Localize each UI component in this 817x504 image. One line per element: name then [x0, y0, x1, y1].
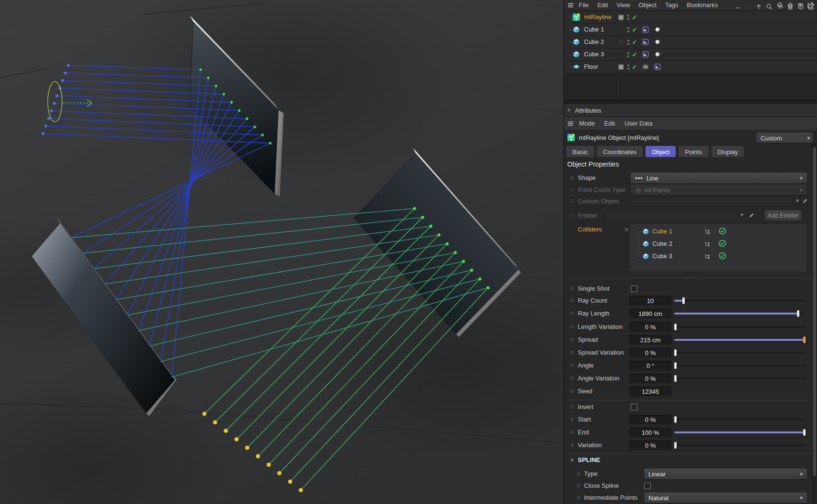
tab-object[interactable]: Object	[646, 146, 676, 157]
length-variation-value-field[interactable]: 0 %	[629, 322, 671, 332]
hamburger-menu-icon[interactable]	[567, 1, 574, 9]
angle-variation-slider[interactable]	[674, 374, 806, 383]
angle-slider[interactable]	[674, 361, 806, 370]
enabled-check-icon[interactable]: ✓	[631, 39, 638, 45]
up-icon[interactable]	[755, 3, 763, 10]
start-slider[interactable]	[674, 415, 806, 424]
search-icon[interactable]	[765, 3, 773, 10]
collider-row-cube-3[interactable]: Cube 3	[630, 250, 806, 262]
custom-object-field[interactable]	[631, 197, 793, 206]
phong-tag-icon[interactable]	[642, 39, 649, 45]
add-emitter-button[interactable]: Add Emitter	[765, 210, 801, 220]
slider-handle[interactable]	[803, 336, 806, 343]
tree-row-cube-1[interactable]: Cube 1✓	[564, 24, 817, 35]
3d-viewport[interactable]	[0, 0, 563, 504]
spread-variation-slider[interactable]	[674, 348, 806, 357]
phong-tag-icon[interactable]	[642, 51, 649, 58]
attr-menu-item-mode[interactable]: Mode	[574, 120, 600, 127]
visibility-dots[interactable]	[625, 51, 632, 58]
scrollbar-thumb[interactable]	[813, 147, 816, 476]
single-shot-checkbox[interactable]	[631, 285, 637, 292]
slider-handle[interactable]	[682, 297, 685, 304]
enabled-check-icon[interactable]: ✓	[631, 26, 638, 33]
hamburger-menu-icon[interactable]	[567, 120, 574, 127]
ray-length-slider[interactable]	[674, 309, 806, 318]
tree-row-cube-2[interactable]: Cube 2✓	[564, 36, 817, 48]
type-dropdown[interactable]: Linear▼	[644, 469, 807, 479]
enabled-circle-check-icon[interactable]	[719, 240, 726, 247]
tree-row-mtrayline[interactable]: mtRayline✓	[564, 11, 817, 23]
start-value-field[interactable]: 0 %	[629, 415, 671, 424]
viewport-canvas[interactable]	[0, 0, 563, 504]
expand-chevron-icon[interactable]: >	[625, 226, 628, 233]
forward-arrow-icon[interactable]: →	[745, 3, 752, 10]
collider-row-cube-1[interactable]: Cube 1	[630, 225, 806, 238]
menu-item-file[interactable]: File	[574, 1, 593, 9]
ray-count-slider[interactable]	[674, 296, 806, 305]
spread-variation-value-field[interactable]: 0 %	[629, 348, 671, 357]
eye-tag-icon[interactable]	[642, 63, 649, 70]
external-icon[interactable]	[807, 3, 815, 10]
enabled-circle-check-icon[interactable]	[719, 227, 726, 235]
menu-item-object[interactable]: Object	[634, 1, 661, 9]
menu-item-bookmarks[interactable]: Bookmarks	[682, 1, 722, 9]
visibility-dots[interactable]	[625, 39, 632, 45]
preset-dropdown[interactable]: Custom ▼	[756, 133, 813, 143]
angle-value-field[interactable]: 0 °	[629, 361, 671, 370]
material-tag-icon[interactable]	[654, 39, 661, 45]
visibility-dots[interactable]	[625, 63, 632, 70]
menu-item-edit[interactable]: Edit	[593, 1, 612, 9]
close-icon[interactable]: ×	[567, 107, 571, 114]
invert-checkbox[interactable]	[631, 404, 637, 410]
phong-tag-icon[interactable]	[654, 63, 661, 70]
layer-box[interactable]	[617, 39, 624, 45]
length-variation-slider[interactable]	[674, 322, 806, 332]
slider-handle[interactable]	[674, 375, 677, 382]
slider-handle[interactable]	[674, 324, 677, 330]
menu-item-view[interactable]: View	[612, 1, 634, 9]
visibility-dots[interactable]	[625, 26, 632, 33]
end-value-field[interactable]: 100 %	[629, 428, 671, 437]
tab-coordinates[interactable]: Coordinates	[597, 146, 643, 157]
collapse-chevron-icon[interactable]: ∨	[570, 457, 574, 463]
enabled-check-icon[interactable]: ✓	[631, 51, 638, 58]
picker-pencil-icon[interactable]	[748, 212, 755, 219]
hierarchy-mode-icon[interactable]	[704, 228, 711, 235]
lock-icon[interactable]	[786, 3, 794, 10]
spread-value-field[interactable]: 215 cm	[629, 335, 671, 345]
tab-display[interactable]: Display	[711, 146, 744, 157]
collider-row-cube-2[interactable]: Cube 2	[630, 238, 806, 250]
spread-slider[interactable]	[674, 335, 806, 345]
tree-row-cube-3[interactable]: Cube 3✓	[564, 49, 817, 60]
close-spline-checkbox[interactable]	[644, 483, 651, 489]
hierarchy-mode-icon[interactable]	[704, 252, 711, 260]
filter-icon[interactable]	[776, 3, 784, 10]
enabled-circle-check-icon[interactable]	[719, 252, 726, 260]
intermediate-points-dropdown[interactable]: Natural▼	[644, 493, 807, 503]
material-tag-icon[interactable]	[654, 51, 661, 58]
angle-variation-value-field[interactable]: 0 %	[629, 374, 671, 383]
hierarchy-mode-icon[interactable]	[704, 240, 711, 248]
attr-menu-item-user-data[interactable]: User Data	[620, 120, 658, 127]
resize-handle[interactable]: ······	[564, 275, 817, 279]
slider-handle[interactable]	[674, 416, 677, 423]
visibility-dots[interactable]	[625, 14, 632, 21]
end-slider[interactable]	[674, 428, 806, 437]
ray-length-value-field[interactable]: 1890 cm	[629, 309, 671, 318]
slider-handle[interactable]	[674, 442, 677, 449]
layer-box[interactable]	[617, 14, 624, 21]
seed-value-field[interactable]: 12345	[629, 387, 671, 396]
layer-box[interactable]	[617, 63, 624, 70]
picker-pencil-icon[interactable]	[802, 198, 808, 204]
menu-item-tags[interactable]: Tags	[661, 1, 682, 9]
attr-menu-item-edit[interactable]: Edit	[600, 120, 620, 127]
material-tag-icon[interactable]	[654, 26, 661, 33]
target-icon[interactable]	[797, 3, 805, 10]
ray-count-value-field[interactable]: 10	[629, 296, 671, 305]
slider-handle[interactable]	[797, 310, 799, 317]
shape-dropdown[interactable]: ••• Line▼	[631, 173, 807, 183]
enabled-check-icon[interactable]: ✓	[631, 63, 638, 70]
slider-handle[interactable]	[803, 429, 806, 436]
tree-row-floor[interactable]: Floor✓	[564, 61, 817, 73]
slider-handle[interactable]	[674, 362, 677, 369]
